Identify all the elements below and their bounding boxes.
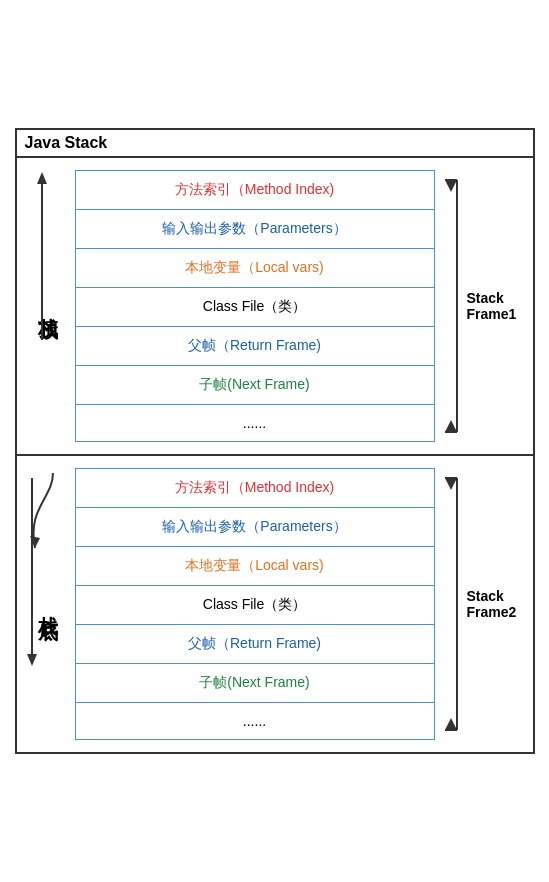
frame2-row-2: 本地变量（Local vars) <box>76 547 434 586</box>
frame2-row-3: Class File（类） <box>76 586 434 625</box>
frame1-row-5: 子帧(Next Frame) <box>76 366 434 405</box>
frame1-row-2: 本地变量（Local vars) <box>76 249 434 288</box>
frame1-label: Stack Frame1 <box>467 290 533 322</box>
svg-marker-9 <box>27 654 37 666</box>
frame1-row-1: 输入输出参数（Parameters） <box>76 210 434 249</box>
frame2-row-5: 子帧(Next Frame) <box>76 664 434 703</box>
svg-marker-14 <box>445 478 457 490</box>
frame1-row-3: Class File（类） <box>76 288 434 327</box>
frame2-box: 方法索引（Method Index) 输入输出参数（Parameters） 本地… <box>75 468 435 740</box>
diagram-title: Java Stack <box>17 130 533 158</box>
frame2-label: Stack Frame2 <box>467 588 533 620</box>
frame1-row-6: ...... <box>76 405 434 441</box>
frame2-row-4: 父帧（Return Frame) <box>76 625 434 664</box>
svg-marker-6 <box>445 180 457 192</box>
frame2-row-6: ...... <box>76 703 434 739</box>
svg-marker-1 <box>37 172 47 184</box>
java-stack-diagram: Java Stack 栈顶 方法索引（Method Index) 输入输出参数（… <box>15 128 535 754</box>
svg-marker-5 <box>445 420 457 432</box>
frame2-row-1: 输入输出参数（Parameters） <box>76 508 434 547</box>
svg-marker-13 <box>445 718 457 730</box>
frame1-side-label: 栈顶 <box>17 170 67 442</box>
frame2-right-label: Stack Frame2 <box>443 468 533 740</box>
stack-frame1-section: 栈顶 方法索引（Method Index) 输入输出参数（Parameters）… <box>17 158 533 456</box>
stack-frame2-section: 栈底 方法索引（Method Index) 输入输出参数（Parameters）… <box>17 456 533 752</box>
frame1-row-0: 方法索引（Method Index) <box>76 171 434 210</box>
frame1-right-label: Stack Frame1 <box>443 170 533 442</box>
frame1-row-4: 父帧（Return Frame) <box>76 327 434 366</box>
frame1-box: 方法索引（Method Index) 输入输出参数（Parameters） 本地… <box>75 170 435 442</box>
frame2-row-0: 方法索引（Method Index) <box>76 469 434 508</box>
frame2-side-label: 栈底 <box>17 468 67 740</box>
